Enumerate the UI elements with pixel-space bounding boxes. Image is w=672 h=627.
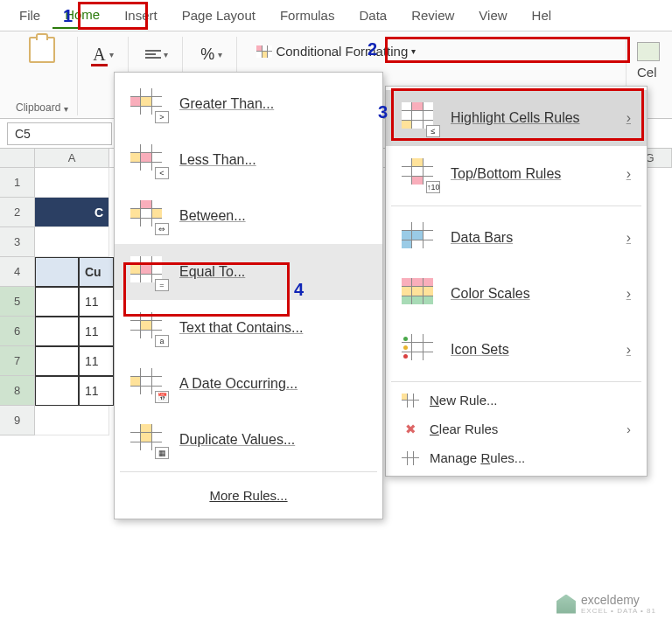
cell[interactable]: 11 xyxy=(79,376,114,406)
date-occurring-icon: 📅 xyxy=(130,368,165,400)
paste-button[interactable] xyxy=(29,37,55,63)
number-format-button[interactable]: % xyxy=(197,44,218,65)
row-header[interactable]: 9 xyxy=(0,406,35,435)
ribbon-tabs: File Home Insert Page Layout Formulas Da… xyxy=(0,0,672,31)
tab-insert[interactable]: Insert xyxy=(112,3,170,28)
menu-label: Top/Bottom Rules xyxy=(451,166,612,182)
clipboard-label: Clipboard xyxy=(16,101,60,115)
row-header[interactable]: 8 xyxy=(0,376,35,406)
cell[interactable] xyxy=(35,168,109,198)
menu-data-bars[interactable]: Data Bars › xyxy=(386,210,647,266)
tab-help[interactable]: Hel xyxy=(520,3,564,28)
cell[interactable] xyxy=(35,257,79,287)
cell[interactable] xyxy=(35,406,109,435)
less-than-icon: < xyxy=(130,144,165,176)
alignment-button[interactable] xyxy=(143,44,164,65)
tab-page-layout[interactable]: Page Layout xyxy=(170,3,268,28)
tab-data[interactable]: Data xyxy=(346,3,399,28)
chevron-down-icon[interactable]: ▾ xyxy=(109,50,114,59)
duplicate-values-icon: ▦ xyxy=(130,424,165,456)
menu-manage-rules[interactable]: Manage Rules... xyxy=(386,443,647,472)
cells-icon[interactable] xyxy=(637,42,660,61)
manage-rules-icon xyxy=(402,451,419,465)
row-header[interactable]: 1 xyxy=(0,168,35,198)
menu-new-rule[interactable]: New Rule... xyxy=(386,386,647,415)
tab-home[interactable]: Home xyxy=(52,2,112,29)
menu-duplicate-values[interactable]: ▦ Duplicate Values... xyxy=(115,412,382,468)
menu-label: Highlight Cells Rules xyxy=(451,110,612,126)
menu-label: Clear Rules xyxy=(430,421,616,436)
name-box[interactable]: C5 xyxy=(7,122,112,145)
equal-to-icon: = xyxy=(130,256,165,288)
icon-sets-icon xyxy=(402,334,437,366)
watermark-text: exceldemy xyxy=(581,593,640,607)
menu-icon-sets[interactable]: Icon Sets › xyxy=(386,322,647,378)
cell[interactable] xyxy=(35,227,109,257)
cell[interactable] xyxy=(35,376,79,406)
tab-view[interactable]: View xyxy=(466,3,519,28)
row-header[interactable]: 6 xyxy=(0,317,35,346)
row-header[interactable]: 3 xyxy=(0,227,35,257)
tab-review[interactable]: Review xyxy=(399,3,466,28)
menu-color-scales[interactable]: Color Scales › xyxy=(386,266,647,322)
menu-between[interactable]: ⇔ Between... xyxy=(115,188,382,244)
menu-date-occurring[interactable]: 📅 A Date Occurring... xyxy=(115,356,382,412)
cell[interactable]: C xyxy=(35,198,109,227)
watermark-sub: EXCEL • DATA • 81 xyxy=(581,607,656,615)
conditional-formatting-menu: ≤ Highlight Cells Rules › ↑10 Top/Bottom… xyxy=(385,86,648,477)
cell[interactable]: 11 xyxy=(79,317,114,346)
menu-less-than[interactable]: < Less Than... xyxy=(115,132,382,188)
chevron-right-icon: › xyxy=(626,166,631,182)
row-header[interactable]: 2 xyxy=(0,198,35,227)
cell[interactable] xyxy=(35,287,79,317)
conditional-formatting-label: Conditional Formatting xyxy=(276,44,408,59)
font-color-button[interactable]: A xyxy=(88,44,109,65)
cell[interactable]: 11 xyxy=(79,287,114,317)
tab-formulas[interactable]: Formulas xyxy=(268,3,347,28)
chevron-right-icon: › xyxy=(626,342,631,358)
chevron-down-icon: ▾ xyxy=(411,46,416,56)
watermark-icon xyxy=(556,595,576,614)
select-all-corner[interactable] xyxy=(0,149,35,167)
chevron-down-icon[interactable]: ▾ xyxy=(164,50,168,59)
menu-label: Less Than... xyxy=(179,152,367,168)
text-contains-icon: a xyxy=(130,312,165,344)
menu-highlight-cells-rules[interactable]: ≤ Highlight Cells Rules › xyxy=(386,90,647,146)
between-icon: ⇔ xyxy=(130,200,165,232)
chevron-right-icon: › xyxy=(626,110,631,126)
chevron-right-icon: › xyxy=(626,230,631,246)
menu-label: Between... xyxy=(179,208,367,224)
menu-more-rules[interactable]: More Rules... xyxy=(115,476,382,515)
menu-label: Icon Sets xyxy=(451,342,612,358)
highlight-cells-rules-submenu: > Greater Than... < Less Than... ⇔ Betwe… xyxy=(114,72,383,519)
cell-header[interactable]: Cu xyxy=(79,257,114,287)
row-header[interactable]: 5 xyxy=(0,287,35,317)
chevron-right-icon: › xyxy=(626,421,631,436)
new-rule-icon xyxy=(402,394,419,408)
menu-label: Data Bars xyxy=(451,230,612,246)
cell[interactable]: 11 xyxy=(79,346,114,376)
menu-top-bottom-rules[interactable]: ↑10 Top/Bottom Rules › xyxy=(386,146,647,202)
chevron-down-icon[interactable]: ▾ xyxy=(64,104,68,114)
menu-greater-than[interactable]: > Greater Than... xyxy=(115,76,382,132)
menu-clear-rules[interactable]: ✖ Clear Rules › xyxy=(386,415,647,443)
menu-label: Manage Rules... xyxy=(430,450,631,465)
cell[interactable] xyxy=(35,346,79,376)
clipboard-icon xyxy=(29,37,55,63)
chevron-down-icon[interactable]: ▾ xyxy=(218,50,222,59)
data-bars-icon xyxy=(402,222,437,254)
menu-label: Greater Than... xyxy=(179,96,367,112)
menu-label: New Rule... xyxy=(430,393,631,408)
cell[interactable] xyxy=(35,317,79,346)
menu-equal-to[interactable]: = Equal To... xyxy=(115,244,382,300)
menu-label: Text that Contains... xyxy=(179,320,367,336)
conditional-formatting-button[interactable]: Conditional Formatting ▾ xyxy=(251,40,421,62)
cells-label: Cel xyxy=(637,65,657,80)
row-header[interactable]: 4 xyxy=(0,257,35,287)
col-header-a[interactable]: A xyxy=(35,149,109,167)
watermark: exceldemy EXCEL • DATA • 81 xyxy=(556,593,656,615)
row-header[interactable]: 7 xyxy=(0,346,35,376)
menu-text-contains[interactable]: a Text that Contains... xyxy=(115,300,382,356)
tab-file[interactable]: File xyxy=(7,3,52,28)
top-bottom-icon: ↑10 xyxy=(402,158,437,190)
